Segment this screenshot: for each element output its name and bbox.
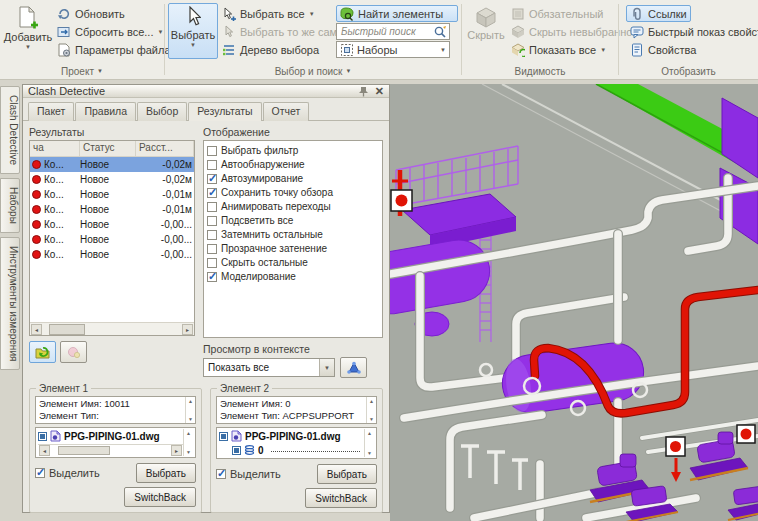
option-dim-other[interactable]: Затемнить остальные bbox=[207, 228, 379, 241]
reset-all-button[interactable]: Сбросить все... ▼ bbox=[53, 23, 161, 40]
checkbox[interactable] bbox=[207, 146, 217, 156]
option-transparent-dimming[interactable]: Прозрачное затенение bbox=[207, 242, 379, 255]
item1-info-scroll[interactable]: ▲▼ bbox=[185, 397, 195, 423]
tab-rules[interactable]: Правила bbox=[75, 102, 136, 121]
select-all-button[interactable]: Выбрать все ▼ bbox=[218, 5, 336, 22]
clash-marker[interactable] bbox=[666, 437, 685, 456]
clash-marker[interactable] bbox=[391, 190, 412, 211]
scroll-thumb[interactable] bbox=[49, 324, 85, 335]
add-button[interactable]: Добавить ▼ bbox=[3, 3, 53, 59]
scroll-right-arrow[interactable]: ▸ bbox=[171, 445, 182, 456]
column-name[interactable]: ча bbox=[30, 141, 80, 156]
properties-button[interactable]: Свойства bbox=[626, 41, 755, 58]
item2-tree-scroll[interactable]: ▲▼ bbox=[364, 429, 374, 457]
item1-tree-scroll[interactable]: ▲▼ bbox=[183, 429, 193, 456]
refresh-button[interactable]: Обновить bbox=[53, 5, 161, 22]
hide-unselected-button[interactable]: Скрыть невыбранное bbox=[507, 23, 615, 40]
scroll-left-arrow[interactable]: ◂ bbox=[31, 324, 42, 335]
item1-tree[interactable]: PPG-PIPING-01.dwg ◂ ▸ ▲▼ bbox=[35, 427, 196, 458]
checkbox[interactable] bbox=[207, 272, 217, 282]
item2-tree[interactable]: PPG-PIPING-01.dwg 0 ▲▼ bbox=[216, 427, 377, 459]
item2-switchback-button[interactable]: SwitchBack bbox=[305, 488, 377, 508]
checkbox[interactable] bbox=[207, 216, 217, 226]
scroll-thumb[interactable] bbox=[58, 446, 110, 455]
option-save-viewpoint[interactable]: Сохранить точку обзора bbox=[207, 186, 379, 199]
group-label-visibility[interactable]: Видимость bbox=[462, 63, 618, 79]
pin-icon[interactable] bbox=[358, 86, 369, 97]
links-button[interactable]: Ссылки bbox=[626, 5, 691, 22]
select-same-button[interactable]: Выбрать то же самое ▼ bbox=[218, 23, 336, 40]
side-tab-sets[interactable]: Наборы bbox=[0, 178, 20, 233]
checkbox[interactable] bbox=[207, 230, 217, 240]
show-all-button[interactable]: Показать все ▼ bbox=[507, 41, 615, 58]
quick-properties-button[interactable]: Быстрый показ свойств bbox=[626, 23, 755, 40]
group-label-selection[interactable]: Выбор и поиск▼ bbox=[165, 63, 461, 79]
checkbox[interactable] bbox=[207, 202, 217, 212]
option-highlight-all[interactable]: Подсветить все bbox=[207, 214, 379, 227]
file-options-button[interactable]: Параметры файла bbox=[53, 41, 161, 58]
option-hide-other[interactable]: Скрыть остальные bbox=[207, 256, 379, 269]
checkbox[interactable] bbox=[207, 188, 217, 198]
column-distance[interactable]: Расст... bbox=[136, 141, 194, 156]
hide-button[interactable]: Скрыть bbox=[465, 3, 507, 59]
checkbox[interactable] bbox=[207, 258, 217, 268]
tab-report[interactable]: Отчет bbox=[263, 102, 310, 121]
display-options-list[interactable]: Выбрать фильтр Автообнаружение Автозумир… bbox=[203, 140, 383, 338]
scroll-left-arrow[interactable]: ◂ bbox=[39, 445, 50, 456]
scroll-right-arrow[interactable]: ▸ bbox=[182, 324, 193, 335]
table-row[interactable]: Ко... Новое-0,01м bbox=[30, 202, 194, 217]
table-row[interactable]: Ко... Новое-0,00... bbox=[30, 232, 194, 247]
3d-viewport[interactable] bbox=[390, 84, 758, 521]
table-row[interactable]: Ко... Новое-0,01м bbox=[30, 187, 194, 202]
item1-switchback-button[interactable]: SwitchBack bbox=[124, 487, 196, 507]
clear-clash-button[interactable] bbox=[60, 341, 87, 363]
table-row[interactable]: Ко... Новое-0,00... bbox=[30, 247, 194, 262]
find-items-button[interactable]: Найти элементы bbox=[336, 5, 458, 22]
checkbox[interactable] bbox=[207, 244, 217, 254]
tab-results[interactable]: Результаты bbox=[188, 102, 261, 121]
visibility-toggle-icon[interactable] bbox=[232, 446, 241, 455]
assign-clash-button[interactable] bbox=[29, 341, 56, 363]
table-row[interactable]: Ко... Новое-0,02м bbox=[30, 172, 194, 187]
group-label-project[interactable]: Проект▼ bbox=[0, 63, 164, 79]
results-table[interactable]: ча Статус Расст... Ко... Новое-0,02м Ко.… bbox=[29, 140, 195, 336]
tab-batch[interactable]: Пакет bbox=[28, 102, 74, 121]
option-select-filter[interactable]: Выбрать фильтр bbox=[207, 144, 379, 157]
view-context-button[interactable] bbox=[340, 357, 367, 378]
highlight-checkbox[interactable] bbox=[216, 469, 226, 479]
group-label-display[interactable]: Отобразить bbox=[619, 63, 758, 79]
quick-search-input[interactable]: Быстрый поиск bbox=[336, 23, 450, 40]
dropdown-arrow-icon[interactable]: ▼ bbox=[319, 359, 334, 376]
option-simulation[interactable]: Моделирование bbox=[207, 270, 379, 283]
visibility-toggle-icon[interactable] bbox=[219, 432, 228, 441]
table-row[interactable]: Ко... Новое-0,02м bbox=[30, 157, 194, 172]
side-tab-clash-detective[interactable]: Clash Detective bbox=[0, 86, 20, 174]
tab-select[interactable]: Выбор bbox=[137, 102, 187, 121]
checkbox[interactable] bbox=[207, 174, 217, 184]
option-animate-transitions[interactable]: Анимировать переходы bbox=[207, 200, 379, 213]
side-tab-measure-tools[interactable]: Инструменты измерения bbox=[0, 237, 20, 370]
item2-info[interactable]: Элемент Имя: 0 Элемент Тип: ACPPSUPPORT … bbox=[216, 396, 377, 424]
item1-tree-hscrollbar[interactable]: ◂ ▸ bbox=[38, 444, 183, 456]
clash-marker[interactable] bbox=[737, 425, 755, 443]
item1-info[interactable]: Элемент Имя: 10011 Элемент Тип: ▲▼ bbox=[35, 396, 196, 424]
panel-titlebar[interactable]: Clash Detective ✕ bbox=[23, 85, 389, 98]
results-hscrollbar[interactable]: ◂ ▸ bbox=[30, 322, 194, 335]
selection-tree-button[interactable]: Дерево выбора bbox=[218, 41, 336, 58]
required-button[interactable]: Обязательный bbox=[507, 5, 615, 22]
sets-dropdown[interactable]: Наборы ▼ bbox=[336, 41, 450, 58]
item2-info-scroll[interactable]: ▲▼ bbox=[366, 397, 376, 423]
option-auto-zoom[interactable]: Автозумирование bbox=[207, 172, 379, 185]
option-auto-detect[interactable]: Автообнаружение bbox=[207, 158, 379, 171]
close-icon[interactable]: ✕ bbox=[375, 86, 384, 97]
column-status[interactable]: Статус bbox=[80, 141, 136, 156]
view-in-context-dropdown[interactable]: Показать все ▼ bbox=[203, 358, 335, 377]
visibility-toggle-icon[interactable] bbox=[38, 432, 47, 441]
select-button[interactable]: Выбрать ▼ bbox=[168, 3, 218, 59]
item2-select-button[interactable]: Выбрать bbox=[317, 464, 377, 484]
checkbox[interactable] bbox=[207, 160, 217, 170]
item1-select-button[interactable]: Выбрать bbox=[136, 463, 196, 483]
highlight-checkbox[interactable] bbox=[35, 468, 45, 478]
results-table-header[interactable]: ча Статус Расст... bbox=[30, 141, 194, 157]
table-row[interactable]: Ко... Новое-0,00... bbox=[30, 217, 194, 232]
